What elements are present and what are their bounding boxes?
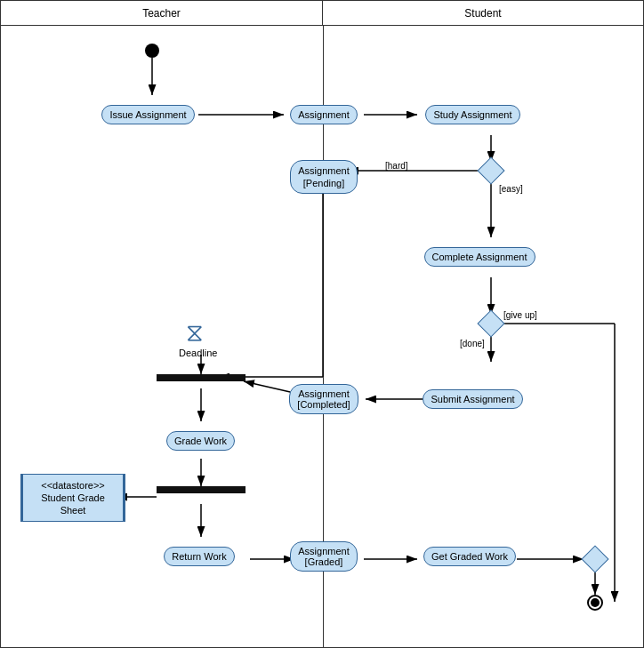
diagram-container: Teacher Student xyxy=(0,0,644,648)
study-assignment-label: Study Assignment xyxy=(425,105,519,124)
submit-assignment-node: Submit Assignment xyxy=(417,380,528,419)
assignment-pending-label: Assignment[Pending] xyxy=(290,160,357,195)
assignment-completed-node: Assignment[Completed] xyxy=(284,380,364,419)
return-work-label: Return Work xyxy=(164,547,235,566)
get-graded-work-label: Get Graded Work xyxy=(423,547,516,566)
diamond-end xyxy=(581,545,608,572)
give-up-label: [give up] xyxy=(503,310,537,320)
end-node-inner xyxy=(591,598,600,607)
diamond1 xyxy=(477,156,504,184)
assignment-graded-label: Assignment[Graded] xyxy=(290,541,357,572)
assignment-pending-node: Assignment[Pending] xyxy=(284,157,364,196)
lane-student-header: Student xyxy=(323,1,643,26)
issue-assignment-node: Issue Assignment xyxy=(97,95,199,134)
hourglass-icon: ⧖ xyxy=(186,319,204,348)
submit-assignment-label: Submit Assignment xyxy=(423,389,522,409)
swimlane-header: Teacher Student xyxy=(1,1,643,26)
student-label: Student xyxy=(464,7,501,20)
assignment-completed-label: Assignment[Completed] xyxy=(289,384,358,414)
complete-assignment-node: Complete Assignment xyxy=(417,237,542,276)
diamond-end-container xyxy=(585,549,605,569)
fork-bar-2 xyxy=(157,486,246,493)
easy-label: [easy] xyxy=(499,184,523,194)
diamond2 xyxy=(477,309,504,337)
assignment-graded-node: Assignment[Graded] xyxy=(284,537,364,576)
assignment-label: Assignment xyxy=(290,105,357,124)
issue-assignment-label: Issue Assignment xyxy=(101,105,194,124)
diamond1-container xyxy=(481,161,501,180)
end-node xyxy=(587,595,603,611)
hard-label: [hard] xyxy=(385,161,408,171)
fork-bar-1 xyxy=(157,374,246,381)
diagram-body: Issue Assignment Assignment Study Assign… xyxy=(1,26,644,648)
lane-teacher-header: Teacher xyxy=(1,1,323,26)
student-grade-sheet-node: <<datastore>>Student Grade Sheet xyxy=(20,475,125,521)
get-graded-work-node: Get Graded Work xyxy=(417,537,522,576)
student-grade-sheet-label: <<datastore>>Student Grade Sheet xyxy=(41,480,105,516)
diamond2-container xyxy=(481,314,501,333)
assignment-node: Assignment xyxy=(284,95,364,134)
deadline-label: Deadline xyxy=(179,348,217,358)
done-label: [done] xyxy=(460,339,485,348)
grade-work-label: Grade Work xyxy=(166,431,235,451)
teacher-label: Teacher xyxy=(142,7,181,20)
start-node xyxy=(145,44,159,58)
complete-assignment-label: Complete Assignment xyxy=(424,247,535,267)
return-work-node: Return Work xyxy=(150,537,248,576)
study-assignment-node: Study Assignment xyxy=(417,95,528,134)
grade-work-node: Grade Work xyxy=(154,421,247,460)
